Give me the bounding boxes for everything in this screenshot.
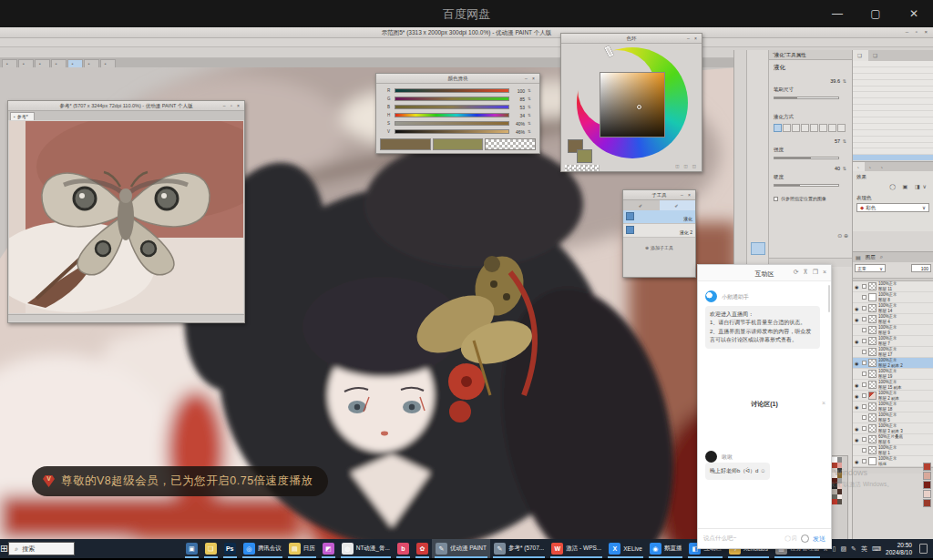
blend-mode-dropdown[interactable]: 正常∨	[855, 264, 886, 272]
pin-icon[interactable]: ⊼	[804, 269, 808, 276]
tray-usb-icon[interactable]: ▯	[833, 545, 836, 553]
material-thumbnail[interactable]	[923, 490, 931, 498]
subtool-tab[interactable]	[623, 200, 660, 210]
tool-icon[interactable]	[751, 184, 765, 197]
channel-slider[interactable]	[395, 121, 509, 126]
layer-checkbox[interactable]	[862, 393, 866, 398]
liquify-mode-icon[interactable]	[819, 124, 827, 132]
tool-icon[interactable]	[751, 82, 765, 95]
visibility-eye-icon[interactable]: ◉	[855, 306, 860, 311]
channel-slider[interactable]	[395, 129, 509, 134]
visibility-eye-icon[interactable]: ◉	[855, 361, 860, 366]
layer-checkbox[interactable]	[862, 404, 866, 409]
liquify-mode-icon[interactable]	[828, 124, 836, 132]
visibility-eye-icon[interactable]: ◉	[855, 284, 860, 290]
layer-checkbox[interactable]	[862, 339, 866, 343]
layer-checkbox[interactable]	[862, 306, 866, 311]
layer-row[interactable]: ◉ 100%正常 图层 8	[853, 292, 933, 303]
taskbar-app[interactable]: ❏	[201, 539, 220, 558]
layer-row[interactable]: ◉ 100%正常 图层 7	[853, 336, 933, 347]
taskbar-app[interactable]: X XELive	[605, 539, 646, 558]
layer-checkbox[interactable]	[862, 317, 866, 321]
visibility-eye-icon[interactable]: ◉	[855, 317, 860, 322]
visibility-eye-icon[interactable]: ◉	[855, 459, 860, 464]
layer-checkbox[interactable]	[862, 295, 866, 300]
layer-checkbox[interactable]	[862, 437, 866, 442]
layer-checkbox[interactable]	[862, 415, 866, 420]
tool-icon[interactable]	[751, 169, 765, 182]
taskbar-app[interactable]: ▤ 日历	[285, 539, 319, 558]
spinner-icon[interactable]: ⇅	[528, 88, 531, 93]
layer-checkbox[interactable]	[862, 448, 866, 453]
visibility-eye-icon[interactable]: ◉	[855, 426, 860, 432]
moth-reference-photo[interactable]	[9, 121, 243, 313]
layer-row[interactable]: ◉ 100%正常 图层 19	[853, 369, 933, 380]
layer-row[interactable]: ◉ 100%正常 图层 5	[853, 412, 933, 423]
layers-tab-label[interactable]: 图层	[866, 254, 876, 260]
strength-slider[interactable]	[774, 157, 839, 159]
emoji-picker-icon[interactable]	[801, 535, 809, 543]
tool-icon[interactable]	[751, 126, 765, 138]
history-entry[interactable]	[853, 111, 933, 117]
layer-checkbox[interactable]	[862, 328, 866, 332]
ime-indicator[interactable]: 英	[861, 545, 867, 554]
layer-row[interactable]: ◉ 100%正常 图层 1	[853, 445, 933, 456]
history-entry[interactable]	[853, 124, 933, 130]
close-button[interactable]: ✕	[895, 0, 933, 27]
history-entry[interactable]	[853, 87, 933, 93]
subtool-controls[interactable]: – ×	[681, 192, 692, 198]
visibility-eye-icon[interactable]: ◉	[855, 339, 860, 344]
history-entry[interactable]	[853, 74, 933, 80]
liquify-mode-icon[interactable]	[783, 124, 791, 132]
tool-icon[interactable]	[751, 213, 765, 226]
brush-size-slider[interactable]	[774, 97, 839, 99]
taskbar-app[interactable]: ◩	[319, 539, 338, 558]
history-entry[interactable]	[853, 98, 933, 105]
history-entry[interactable]	[853, 137, 933, 143]
spinner-icon[interactable]: ⇅	[843, 138, 846, 144]
layer-row[interactable]: ◉ 100%正常 图层 11	[853, 281, 933, 292]
sub-color-swatch[interactable]	[577, 149, 592, 163]
taskbar-app[interactable]: ✎ 优动漫 PAINT	[432, 539, 490, 558]
material-thumbnail[interactable]	[923, 463, 931, 471]
taskbar-app[interactable]: ▣	[182, 539, 201, 558]
color-swatch[interactable]	[837, 499, 843, 504]
color-wheel-controls[interactable]: – ×	[687, 36, 699, 41]
wheel-step-value[interactable]	[683, 164, 688, 168]
close-icon[interactable]: ×	[823, 269, 826, 276]
spinner-icon[interactable]: ⇅	[843, 78, 846, 84]
layer-property-tab[interactable]	[853, 162, 865, 171]
liquify-mode-icon[interactable]	[774, 124, 782, 132]
taskbar-clock[interactable]: 20:50 2024/8/10	[886, 542, 912, 556]
layer-checkbox[interactable]	[862, 361, 866, 365]
spinner-icon[interactable]: ⇅	[528, 105, 531, 109]
saturation-value-square[interactable]	[600, 72, 665, 137]
chat-scrollbar[interactable]	[828, 285, 830, 312]
layer-row[interactable]: ◉ 100%正常 图层 2 副本	[853, 391, 933, 402]
layer-row[interactable]: ◉ 100%正常 图层 3 副本 3	[853, 423, 933, 434]
reference-window-controls[interactable]: – ▫ ×	[223, 103, 241, 108]
layer-row[interactable]: ◉ 100%正常 图层 9	[853, 325, 933, 336]
spinner-icon[interactable]: ⇅	[843, 166, 846, 171]
taskbar-app[interactable]: ◉ 鹅直播	[646, 539, 686, 558]
reference-tab[interactable]: 参考*	[10, 112, 35, 120]
popout-icon[interactable]: ❐	[813, 269, 818, 276]
tool-icon[interactable]	[751, 140, 765, 153]
history-entry[interactable]	[853, 80, 933, 87]
tray-flag-icon[interactable]: ▨	[840, 545, 846, 553]
history-entry[interactable]	[853, 117, 933, 124]
material-thumbnail[interactable]	[923, 481, 931, 489]
liquify-mode-icon[interactable]	[792, 124, 800, 132]
subtool-tab[interactable]	[660, 200, 696, 210]
history-entry[interactable]	[853, 155, 933, 161]
liquify-mode-icon[interactable]	[837, 124, 846, 132]
tool-icon[interactable]	[751, 155, 765, 168]
layer-checkbox[interactable]	[862, 382, 866, 387]
taskbar-app[interactable]: Ps	[220, 539, 240, 558]
liquify-mode-icon[interactable]	[810, 124, 818, 132]
channel-slider[interactable]	[395, 105, 509, 109]
layer-property-tab[interactable]	[877, 162, 888, 171]
layer-checkbox[interactable]	[862, 459, 866, 463]
history-entry[interactable]	[853, 92, 933, 98]
visibility-eye-icon[interactable]: ◉	[855, 382, 860, 388]
